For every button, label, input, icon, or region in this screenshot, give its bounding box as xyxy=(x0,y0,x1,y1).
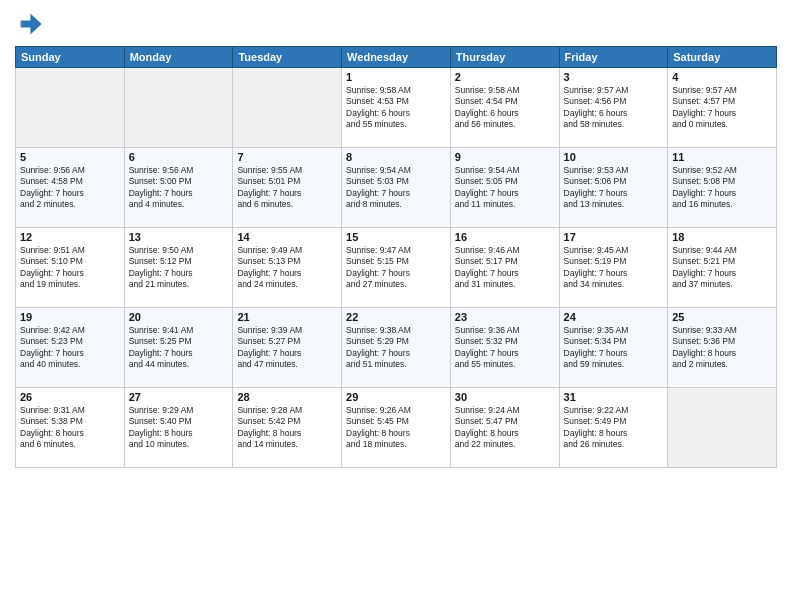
week-row-4: 26Sunrise: 9:31 AM Sunset: 5:38 PM Dayli… xyxy=(16,388,777,468)
calendar-cell xyxy=(124,68,233,148)
calendar-cell: 11Sunrise: 9:52 AM Sunset: 5:08 PM Dayli… xyxy=(668,148,777,228)
cell-content: Sunrise: 9:28 AM Sunset: 5:42 PM Dayligh… xyxy=(237,405,337,451)
calendar-cell: 19Sunrise: 9:42 AM Sunset: 5:23 PM Dayli… xyxy=(16,308,125,388)
day-number: 30 xyxy=(455,391,555,403)
calendar-header-row: SundayMondayTuesdayWednesdayThursdayFrid… xyxy=(16,47,777,68)
calendar-cell: 2Sunrise: 9:58 AM Sunset: 4:54 PM Daylig… xyxy=(450,68,559,148)
calendar-cell: 5Sunrise: 9:56 AM Sunset: 4:58 PM Daylig… xyxy=(16,148,125,228)
col-header-wednesday: Wednesday xyxy=(342,47,451,68)
day-number: 13 xyxy=(129,231,229,243)
cell-content: Sunrise: 9:46 AM Sunset: 5:17 PM Dayligh… xyxy=(455,245,555,291)
cell-content: Sunrise: 9:55 AM Sunset: 5:01 PM Dayligh… xyxy=(237,165,337,211)
day-number: 3 xyxy=(564,71,664,83)
cell-content: Sunrise: 9:35 AM Sunset: 5:34 PM Dayligh… xyxy=(564,325,664,371)
calendar-cell: 30Sunrise: 9:24 AM Sunset: 5:47 PM Dayli… xyxy=(450,388,559,468)
day-number: 15 xyxy=(346,231,446,243)
day-number: 26 xyxy=(20,391,120,403)
day-number: 18 xyxy=(672,231,772,243)
day-number: 20 xyxy=(129,311,229,323)
calendar-cell: 7Sunrise: 9:55 AM Sunset: 5:01 PM Daylig… xyxy=(233,148,342,228)
cell-content: Sunrise: 9:44 AM Sunset: 5:21 PM Dayligh… xyxy=(672,245,772,291)
col-header-sunday: Sunday xyxy=(16,47,125,68)
calendar-cell: 29Sunrise: 9:26 AM Sunset: 5:45 PM Dayli… xyxy=(342,388,451,468)
logo xyxy=(15,10,47,38)
week-row-2: 12Sunrise: 9:51 AM Sunset: 5:10 PM Dayli… xyxy=(16,228,777,308)
cell-content: Sunrise: 9:52 AM Sunset: 5:08 PM Dayligh… xyxy=(672,165,772,211)
calendar-cell: 1Sunrise: 9:58 AM Sunset: 4:53 PM Daylig… xyxy=(342,68,451,148)
calendar-cell: 24Sunrise: 9:35 AM Sunset: 5:34 PM Dayli… xyxy=(559,308,668,388)
calendar-cell: 18Sunrise: 9:44 AM Sunset: 5:21 PM Dayli… xyxy=(668,228,777,308)
calendar-cell: 28Sunrise: 9:28 AM Sunset: 5:42 PM Dayli… xyxy=(233,388,342,468)
calendar-cell: 31Sunrise: 9:22 AM Sunset: 5:49 PM Dayli… xyxy=(559,388,668,468)
calendar-cell xyxy=(233,68,342,148)
calendar-cell: 3Sunrise: 9:57 AM Sunset: 4:56 PM Daylig… xyxy=(559,68,668,148)
page: SundayMondayTuesdayWednesdayThursdayFrid… xyxy=(0,0,792,612)
calendar-cell: 23Sunrise: 9:36 AM Sunset: 5:32 PM Dayli… xyxy=(450,308,559,388)
cell-content: Sunrise: 9:53 AM Sunset: 5:06 PM Dayligh… xyxy=(564,165,664,211)
cell-content: Sunrise: 9:45 AM Sunset: 5:19 PM Dayligh… xyxy=(564,245,664,291)
col-header-thursday: Thursday xyxy=(450,47,559,68)
cell-content: Sunrise: 9:36 AM Sunset: 5:32 PM Dayligh… xyxy=(455,325,555,371)
calendar-cell: 26Sunrise: 9:31 AM Sunset: 5:38 PM Dayli… xyxy=(16,388,125,468)
cell-content: Sunrise: 9:33 AM Sunset: 5:36 PM Dayligh… xyxy=(672,325,772,371)
day-number: 8 xyxy=(346,151,446,163)
day-number: 7 xyxy=(237,151,337,163)
cell-content: Sunrise: 9:54 AM Sunset: 5:03 PM Dayligh… xyxy=(346,165,446,211)
day-number: 19 xyxy=(20,311,120,323)
col-header-friday: Friday xyxy=(559,47,668,68)
cell-content: Sunrise: 9:41 AM Sunset: 5:25 PM Dayligh… xyxy=(129,325,229,371)
day-number: 16 xyxy=(455,231,555,243)
cell-content: Sunrise: 9:57 AM Sunset: 4:56 PM Dayligh… xyxy=(564,85,664,131)
cell-content: Sunrise: 9:56 AM Sunset: 5:00 PM Dayligh… xyxy=(129,165,229,211)
calendar-cell: 8Sunrise: 9:54 AM Sunset: 5:03 PM Daylig… xyxy=(342,148,451,228)
col-header-saturday: Saturday xyxy=(668,47,777,68)
col-header-monday: Monday xyxy=(124,47,233,68)
day-number: 27 xyxy=(129,391,229,403)
calendar-cell: 6Sunrise: 9:56 AM Sunset: 5:00 PM Daylig… xyxy=(124,148,233,228)
calendar-table: SundayMondayTuesdayWednesdayThursdayFrid… xyxy=(15,46,777,468)
calendar-cell: 16Sunrise: 9:46 AM Sunset: 5:17 PM Dayli… xyxy=(450,228,559,308)
cell-content: Sunrise: 9:47 AM Sunset: 5:15 PM Dayligh… xyxy=(346,245,446,291)
day-number: 17 xyxy=(564,231,664,243)
calendar-cell: 4Sunrise: 9:57 AM Sunset: 4:57 PM Daylig… xyxy=(668,68,777,148)
cell-content: Sunrise: 9:49 AM Sunset: 5:13 PM Dayligh… xyxy=(237,245,337,291)
cell-content: Sunrise: 9:31 AM Sunset: 5:38 PM Dayligh… xyxy=(20,405,120,451)
col-header-tuesday: Tuesday xyxy=(233,47,342,68)
day-number: 2 xyxy=(455,71,555,83)
day-number: 23 xyxy=(455,311,555,323)
day-number: 21 xyxy=(237,311,337,323)
cell-content: Sunrise: 9:22 AM Sunset: 5:49 PM Dayligh… xyxy=(564,405,664,451)
calendar-cell: 10Sunrise: 9:53 AM Sunset: 5:06 PM Dayli… xyxy=(559,148,668,228)
day-number: 4 xyxy=(672,71,772,83)
day-number: 9 xyxy=(455,151,555,163)
day-number: 31 xyxy=(564,391,664,403)
day-number: 14 xyxy=(237,231,337,243)
calendar-cell: 22Sunrise: 9:38 AM Sunset: 5:29 PM Dayli… xyxy=(342,308,451,388)
calendar-body: 1Sunrise: 9:58 AM Sunset: 4:53 PM Daylig… xyxy=(16,68,777,468)
day-number: 1 xyxy=(346,71,446,83)
cell-content: Sunrise: 9:56 AM Sunset: 4:58 PM Dayligh… xyxy=(20,165,120,211)
calendar-cell: 17Sunrise: 9:45 AM Sunset: 5:19 PM Dayli… xyxy=(559,228,668,308)
calendar-cell: 13Sunrise: 9:50 AM Sunset: 5:12 PM Dayli… xyxy=(124,228,233,308)
calendar-cell xyxy=(668,388,777,468)
cell-content: Sunrise: 9:38 AM Sunset: 5:29 PM Dayligh… xyxy=(346,325,446,371)
cell-content: Sunrise: 9:54 AM Sunset: 5:05 PM Dayligh… xyxy=(455,165,555,211)
calendar-cell: 25Sunrise: 9:33 AM Sunset: 5:36 PM Dayli… xyxy=(668,308,777,388)
day-number: 10 xyxy=(564,151,664,163)
calendar-cell: 21Sunrise: 9:39 AM Sunset: 5:27 PM Dayli… xyxy=(233,308,342,388)
cell-content: Sunrise: 9:51 AM Sunset: 5:10 PM Dayligh… xyxy=(20,245,120,291)
logo-icon xyxy=(15,10,43,38)
cell-content: Sunrise: 9:58 AM Sunset: 4:54 PM Dayligh… xyxy=(455,85,555,131)
day-number: 6 xyxy=(129,151,229,163)
day-number: 29 xyxy=(346,391,446,403)
calendar-cell xyxy=(16,68,125,148)
day-number: 12 xyxy=(20,231,120,243)
header xyxy=(15,10,777,38)
cell-content: Sunrise: 9:39 AM Sunset: 5:27 PM Dayligh… xyxy=(237,325,337,371)
week-row-1: 5Sunrise: 9:56 AM Sunset: 4:58 PM Daylig… xyxy=(16,148,777,228)
cell-content: Sunrise: 9:50 AM Sunset: 5:12 PM Dayligh… xyxy=(129,245,229,291)
cell-content: Sunrise: 9:29 AM Sunset: 5:40 PM Dayligh… xyxy=(129,405,229,451)
cell-content: Sunrise: 9:42 AM Sunset: 5:23 PM Dayligh… xyxy=(20,325,120,371)
calendar-cell: 20Sunrise: 9:41 AM Sunset: 5:25 PM Dayli… xyxy=(124,308,233,388)
day-number: 22 xyxy=(346,311,446,323)
